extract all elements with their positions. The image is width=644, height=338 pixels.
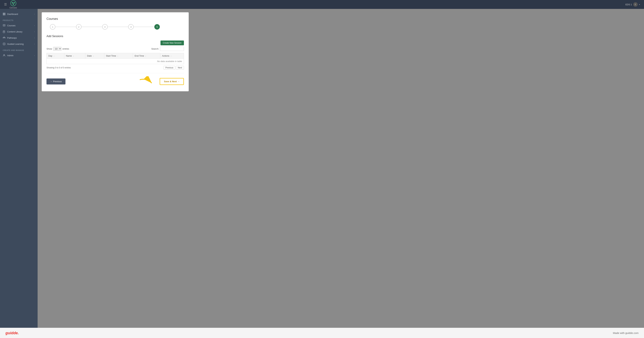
sidebar-item-pathways[interactable]: Pathways ›	[0, 35, 38, 41]
admin-label: Admin	[7, 54, 14, 57]
pathways-label: Pathways	[7, 36, 17, 39]
svg-line-6	[13, 3, 14, 4]
content-area: Courses 1 2 3 4	[38, 9, 644, 328]
search-label: Search:	[151, 48, 159, 50]
step-5: 5	[154, 24, 180, 30]
page-card: Courses 1 2 3 4	[42, 12, 189, 91]
step-circle-2: 2	[76, 24, 82, 30]
admin-icon	[3, 54, 6, 57]
col-date[interactable]: Date ↕	[85, 53, 104, 59]
chevron-right-icon: ›	[34, 54, 35, 56]
svg-point-19	[4, 37, 4, 38]
bottom-navigation: ← Previous Save & Next →	[46, 73, 184, 86]
no-data-message: No data available in table	[47, 59, 184, 64]
search-input[interactable]	[160, 47, 184, 51]
chevron-right-icon: ›	[34, 30, 35, 33]
col-day[interactable]: Day ↕	[47, 53, 64, 59]
user-menu[interactable]: EDS 1 E ▾	[625, 2, 640, 7]
entries-label: entries	[62, 48, 69, 50]
sidebar-item-dashboard[interactable]: Dashboard ›	[0, 11, 38, 17]
create-manage-section-label: CREATE AND MANAGE	[0, 47, 38, 52]
step-circle-1: 1	[50, 24, 56, 30]
svg-rect-10	[4, 14, 5, 15]
col-name[interactable]: Name ↕	[64, 53, 85, 59]
page-title: Courses	[46, 17, 184, 21]
guided-learning-icon	[3, 42, 6, 45]
arrow-annotation	[136, 76, 157, 86]
svg-point-17	[3, 38, 4, 38]
entries-select[interactable]: 10 25 50	[53, 47, 62, 51]
save-next-button[interactable]: Save & Next →	[160, 78, 184, 85]
sidebar-item-admin[interactable]: Admin ›	[0, 52, 38, 58]
logo-text: Censeo	[10, 7, 17, 9]
content-library-label: Content Library	[7, 30, 22, 33]
svg-rect-9	[3, 14, 4, 15]
previous-page-button[interactable]: Previous	[164, 66, 175, 70]
no-data-row: No data available in table	[47, 59, 184, 64]
table-controls: Show 10 25 50 entries Search:	[46, 47, 184, 51]
svg-line-5	[12, 3, 13, 4]
step-1: 1	[50, 24, 76, 30]
top-navigation: ☰ Censeo EDS 1 E ▾	[0, 0, 644, 9]
avatar: E	[633, 2, 638, 7]
step-3: 3	[102, 24, 128, 30]
courses-icon	[3, 24, 6, 27]
chevron-down-icon: ▾	[639, 4, 640, 6]
sidebar-item-guided-learning[interactable]: Guided Learning ›	[0, 41, 38, 47]
show-label: Show	[46, 48, 52, 50]
table-footer: Showing 0 to 0 of 0 entries Previous Nex…	[46, 66, 184, 70]
page-footer: guidde. Made with guidde.com	[0, 328, 644, 338]
chevron-right-icon: ›	[34, 43, 35, 45]
step-circle-3: 3	[102, 24, 108, 30]
search-container: Search:	[151, 47, 184, 51]
step-2: 2	[76, 24, 102, 30]
step-circle-4: 4	[128, 24, 134, 30]
products-section-label: PRODUCTS	[0, 17, 38, 22]
stepper: 1 2 3 4 5	[46, 24, 184, 30]
guided-learning-label: Guided Learning	[7, 43, 24, 45]
next-page-button[interactable]: Next	[176, 66, 184, 70]
logo: Censeo	[10, 0, 17, 9]
dashboard-label: Dashboard	[7, 13, 18, 16]
svg-point-18	[4, 38, 5, 38]
sidebar-item-courses[interactable]: Courses ›	[0, 22, 38, 28]
previous-button[interactable]: ← Previous	[46, 78, 66, 84]
sidebar-item-content-library[interactable]: Content Library ›	[0, 28, 38, 35]
chevron-right-icon: ›	[34, 37, 35, 39]
col-end-time[interactable]: End Time ↕	[133, 53, 160, 59]
col-start-time[interactable]: Start Time ↕	[104, 53, 133, 59]
step-circle-5: 5	[154, 24, 160, 30]
step-line-4	[134, 27, 154, 27]
svg-rect-8	[4, 13, 5, 14]
svg-rect-7	[3, 13, 4, 14]
svg-point-24	[4, 54, 4, 56]
chevron-right-icon: ›	[34, 24, 35, 26]
step-4: 4	[128, 24, 154, 30]
chevron-right-icon: ›	[34, 13, 35, 15]
sessions-table: Day ↕ Name ↕ Date ↕ Start Time ↕ End Tim…	[46, 53, 184, 64]
guidde-logo: guidde.	[6, 331, 19, 335]
dashboard-icon	[3, 13, 6, 16]
col-actions: Actions ↕	[160, 53, 184, 59]
svg-rect-11	[3, 24, 5, 26]
courses-label: Courses	[7, 24, 16, 27]
user-label: EDS 1	[625, 3, 632, 6]
hamburger-icon[interactable]: ☰	[4, 2, 7, 6]
step-line-3	[108, 27, 128, 27]
create-new-session-button[interactable]: Create New Session	[160, 40, 184, 45]
step-line-2	[82, 27, 102, 27]
content-library-icon	[3, 30, 6, 33]
pathways-icon	[3, 36, 6, 39]
sidebar: Dashboard › PRODUCTS Courses ›	[0, 9, 38, 328]
svg-point-0	[10, 0, 16, 6]
show-entries: Show 10 25 50 entries	[46, 47, 69, 51]
showing-entries-label: Showing 0 to 0 of 0 entries	[46, 66, 71, 69]
step-line-1	[56, 27, 76, 27]
section-title: Add Sessions	[46, 35, 184, 38]
footer-tagline: Made with guidde.com	[613, 332, 638, 334]
pagination: Previous Next	[164, 66, 184, 70]
censeo-logo-icon	[10, 0, 16, 6]
